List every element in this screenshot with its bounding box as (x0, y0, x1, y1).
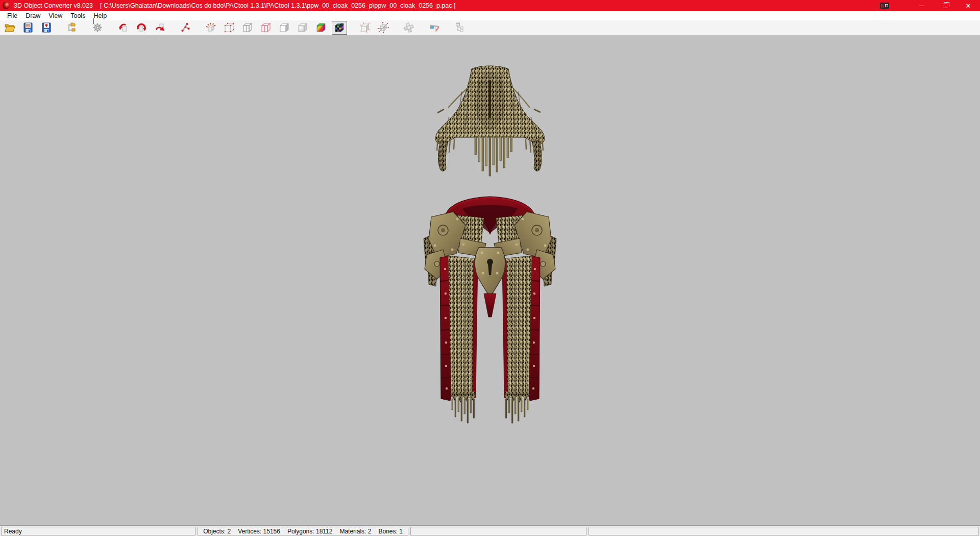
menu-tools[interactable]: Tools (66, 12, 89, 20)
open-file-button[interactable] (2, 21, 17, 35)
menu-help[interactable]: Help (89, 12, 111, 20)
stat-polygons: Polygons: 18112 (287, 528, 333, 535)
material-color-button[interactable] (313, 21, 329, 35)
3d-viewport[interactable] (0, 35, 980, 525)
app-icon (3, 2, 10, 9)
unfold-uv-button[interactable] (401, 21, 416, 35)
title-bar: 3D Object Converter v8.023 [ C:\Users\Gh… (0, 0, 980, 11)
model-top-piece (435, 66, 545, 176)
tray-overlay-icon (880, 3, 889, 9)
anaglyph-3d-button[interactable] (427, 21, 442, 35)
text-cursor (93, 18, 94, 24)
status-ready-text: Ready (4, 528, 22, 535)
rotate-z-button[interactable] (152, 21, 167, 35)
dotted-wireframe-button[interactable] (222, 21, 237, 35)
show-normals-button[interactable] (357, 21, 373, 35)
status-stats-pane: Objects: 2 Vertices: 15156 Polygons: 181… (198, 527, 408, 535)
rotate-x-button[interactable] (115, 21, 131, 35)
minimize-button[interactable] (910, 0, 933, 11)
status-empty-pane-2 (589, 527, 979, 535)
menu-draw[interactable]: Draw (21, 12, 44, 20)
colored-wireframe-button[interactable] (258, 21, 274, 35)
stat-materials: Materials: 2 (339, 528, 371, 535)
scene-hierarchy-button[interactable] (452, 21, 468, 35)
window-title: 3D Object Converter v8.023 (14, 2, 93, 9)
vertex-points-mode-button[interactable] (203, 21, 218, 35)
stat-bones: Bones: 1 (378, 528, 402, 535)
smooth-shaded-button[interactable] (295, 21, 310, 35)
textured-mode-button[interactable] (332, 21, 347, 35)
rotate-y-button[interactable] (134, 21, 149, 35)
close-button[interactable]: ✕ (957, 0, 980, 11)
status-empty-pane-1 (410, 527, 586, 535)
status-ready-pane: Ready (1, 527, 195, 535)
stat-vertices: Vertices: 15156 (238, 528, 280, 535)
batch-convert-button[interactable] (64, 21, 80, 35)
model-render (0, 35, 980, 525)
menu-file[interactable]: File (3, 12, 21, 20)
show-axes-button[interactable] (376, 21, 391, 35)
wireframe-mode-button[interactable] (240, 21, 255, 35)
settings-button[interactable] (90, 21, 105, 35)
restore-button[interactable] (933, 0, 957, 11)
close-icon: ✕ (966, 3, 971, 9)
status-bar: Ready Objects: 2 Vertices: 15156 Polygon… (0, 525, 980, 536)
flat-shaded-button[interactable] (277, 21, 292, 35)
save-file-button[interactable] (20, 21, 36, 35)
stat-objects: Objects: 2 (203, 528, 231, 535)
window-title-file-path: [ C:\Users\Ghalatan\Downloads\Cos do bdo… (100, 2, 456, 9)
toolbar (0, 20, 980, 35)
minimize-icon (919, 6, 924, 6)
save-favorite-button[interactable] (39, 21, 54, 35)
model-bottom-piece (424, 197, 556, 423)
skeleton-button[interactable] (178, 21, 193, 35)
menu-bar: File Draw View Tools Help (0, 11, 980, 20)
menu-view[interactable]: View (44, 12, 66, 20)
restore-icon (943, 4, 947, 8)
